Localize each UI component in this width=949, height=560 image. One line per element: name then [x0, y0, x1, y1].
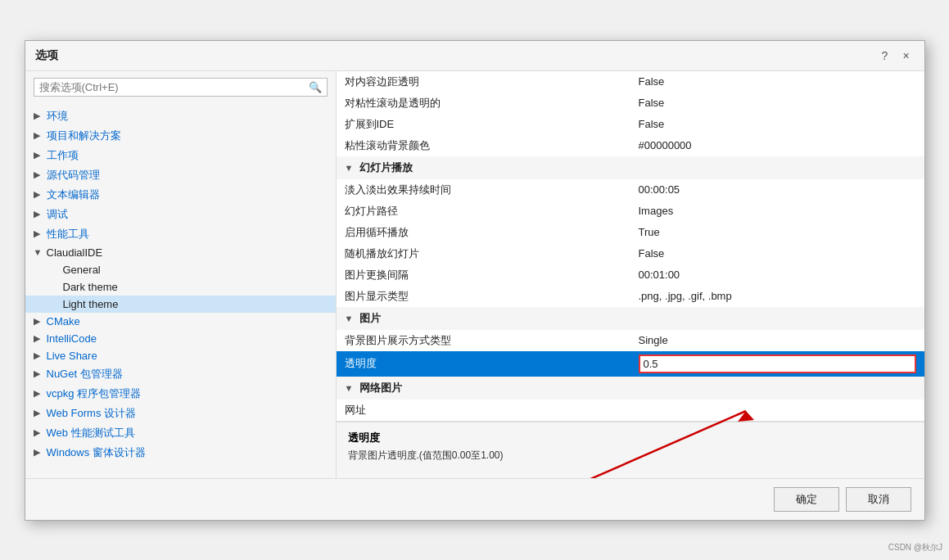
tree-label-web-perf: Web 性能测试工具 — [47, 426, 135, 440]
tree-item-work[interactable]: ▶工作项 — [25, 146, 336, 165]
prop-value-cell[interactable] — [630, 351, 924, 377]
tree-item-text-editor[interactable]: ▶文本编辑器 — [25, 185, 336, 205]
tree-item-cmake[interactable]: ▶CMake — [25, 313, 336, 330]
close-button[interactable]: × — [898, 47, 915, 64]
tree-arrow-source: ▶ — [34, 169, 43, 180]
tree-arrow-project: ▶ — [34, 130, 43, 141]
prop-name-cell: 对粘性滚动是透明的 — [337, 93, 630, 114]
section-toggle-network: ▼ — [345, 383, 354, 393]
prop-value-cell: True — [630, 222, 924, 243]
prop-row-淡入淡出效果持续时间[interactable]: 淡入淡出效果持续时间00:00:05 — [337, 179, 924, 201]
tree-label-web-forms: Web Forms 设计器 — [47, 406, 137, 421]
prop-name-cell: 网址 — [337, 400, 630, 421]
dialog-body: 🔍 ▶环境▶项目和解决方案▶工作项▶源代码管理▶文本编辑器▶调试▶性能工具▼Cl… — [25, 71, 924, 478]
tree-item-source[interactable]: ▶源代码管理 — [25, 165, 336, 185]
tree-arrow-text-editor: ▶ — [34, 189, 43, 200]
prop-value-cell — [630, 400, 924, 421]
prop-row-扩展到IDE[interactable]: 扩展到IDEFalse — [337, 114, 924, 135]
help-button[interactable]: ? — [877, 47, 893, 64]
description-text: 背景图片透明度.(值范围0.00至1.00) — [348, 449, 913, 463]
search-input[interactable] — [39, 81, 309, 93]
tree-item-web-perf[interactable]: ▶Web 性能测试工具 — [25, 423, 336, 443]
prop-name-cell: 图片显示类型 — [337, 286, 630, 307]
tree-item-windows[interactable]: ▶Windows 窗体设计器 — [25, 443, 336, 463]
tree-arrow-cmake: ▶ — [34, 316, 43, 327]
search-box[interactable]: 🔍 — [34, 78, 328, 97]
tree-item-general[interactable]: General — [25, 261, 336, 278]
tree-arrow-windows: ▶ — [34, 447, 43, 458]
tree-item-env[interactable]: ▶环境 — [25, 106, 336, 126]
tree: ▶环境▶项目和解决方案▶工作项▶源代码管理▶文本编辑器▶调试▶性能工具▼Clau… — [25, 103, 336, 478]
tree-item-light-theme[interactable]: Light theme — [25, 296, 336, 313]
tree-arrow-debug: ▶ — [34, 209, 43, 219]
left-panel: 🔍 ▶环境▶项目和解决方案▶工作项▶源代码管理▶文本编辑器▶调试▶性能工具▼Cl… — [25, 71, 337, 478]
tree-label-work: 工作项 — [47, 148, 79, 163]
prop-row-启用循环播放[interactable]: 启用循环播放True — [337, 222, 924, 243]
options-dialog: 选项 ? × 🔍 ▶环境▶项目和解决方案▶工作项▶源代码管理▶文本编辑器▶调试▶… — [25, 40, 925, 521]
right-container: 对内容边距透明False对粘性滚动是透明的False扩展到IDEFalse粘性滚… — [337, 71, 924, 478]
prop-value-cell: False — [630, 114, 924, 135]
section-toggle-images: ▼ — [345, 314, 354, 323]
prop-edit-input[interactable] — [639, 355, 916, 373]
tree-item-vcpkg[interactable]: ▶vcpkg 程序包管理器 — [25, 384, 336, 404]
title-bar-buttons: ? × — [877, 47, 915, 64]
prop-name-cell: 粘性滚动背景颜色 — [337, 135, 630, 156]
tree-item-claudialide[interactable]: ▼ClaudialIDE — [25, 244, 336, 261]
tree-arrow-intellicode: ▶ — [34, 333, 43, 344]
prop-name-cell: 幻灯片路径 — [337, 201, 630, 222]
prop-row-对粘性滚动是透明的[interactable]: 对粘性滚动是透明的False — [337, 93, 924, 114]
prop-name-cell: 随机播放幻灯片 — [337, 243, 630, 264]
tree-item-perf[interactable]: ▶性能工具 — [25, 224, 336, 244]
tree-arrow-web-forms: ▶ — [34, 408, 43, 418]
section-header-slideshow[interactable]: ▼ 幻灯片播放 — [337, 156, 924, 179]
prop-row-幻灯片路径[interactable]: 幻灯片路径Images — [337, 201, 924, 222]
tree-arrow-claudialide: ▼ — [34, 247, 43, 257]
prop-value-cell: .png, .jpg, .gif, .bmp — [630, 286, 924, 307]
tree-label-claudialide: ClaudialIDE — [47, 246, 103, 259]
prop-value-cell: False — [630, 243, 924, 264]
tree-item-nuget[interactable]: ▶NuGet 包管理器 — [25, 364, 336, 384]
prop-name-cell: 扩展到IDE — [337, 114, 630, 135]
section-header-images[interactable]: ▼ 图片 — [337, 307, 924, 330]
tree-label-intellicode: IntelliCode — [47, 332, 97, 345]
tree-item-intellicode[interactable]: ▶IntelliCode — [25, 330, 336, 347]
tree-label-debug: 调试 — [47, 207, 68, 222]
tree-item-dark-theme[interactable]: Dark theme — [25, 278, 336, 296]
cancel-button[interactable]: 取消 — [846, 487, 911, 512]
property-table: 对内容边距透明False对粘性滚动是透明的False扩展到IDEFalse粘性滚… — [337, 71, 924, 421]
description-title: 透明度 — [348, 431, 913, 445]
right-panel: 对内容边距透明False对粘性滚动是透明的False扩展到IDEFalse粘性滚… — [337, 71, 924, 478]
tree-item-web-forms[interactable]: ▶Web Forms 设计器 — [25, 404, 336, 423]
tree-arrow-work: ▶ — [34, 150, 43, 160]
tree-label-env: 环境 — [47, 109, 68, 124]
description-area: 透明度 背景图片透明度.(值范围0.00至1.00) — [337, 421, 924, 478]
tree-item-live-share[interactable]: ▶Live Share — [25, 347, 336, 364]
prop-name-cell: 启用循环播放 — [337, 222, 630, 243]
prop-name-cell: 透明度 — [337, 351, 630, 377]
prop-value-cell: Images — [630, 201, 924, 222]
prop-row-对内容边距透明[interactable]: 对内容边距透明False — [337, 71, 924, 93]
tree-label-nuget: NuGet 包管理器 — [47, 367, 123, 382]
prop-row-粘性滚动背景颜色[interactable]: 粘性滚动背景颜色#00000000 — [337, 135, 924, 156]
prop-row-随机播放幻灯片[interactable]: 随机播放幻灯片False — [337, 243, 924, 264]
prop-name-cell: 淡入淡出效果持续时间 — [337, 179, 630, 201]
prop-value-cell: False — [630, 71, 924, 93]
prop-row-网址[interactable]: 网址 — [337, 400, 924, 421]
ok-button[interactable]: 确定 — [774, 487, 839, 512]
tree-item-debug[interactable]: ▶调试 — [25, 205, 336, 224]
section-toggle-slideshow: ▼ — [345, 163, 354, 173]
search-icon: 🔍 — [309, 81, 322, 93]
prop-name-cell: 对内容边距透明 — [337, 71, 630, 93]
tree-label-general: General — [63, 264, 101, 276]
watermark: CSDN @秋尔J — [888, 542, 942, 553]
section-header-network[interactable]: ▼ 网络图片 — [337, 377, 924, 400]
prop-row-背景图片展示方式类型[interactable]: 背景图片展示方式类型Single — [337, 330, 924, 351]
prop-name-cell: 背景图片展示方式类型 — [337, 330, 630, 351]
prop-row-图片显示类型[interactable]: 图片显示类型.png, .jpg, .gif, .bmp — [337, 286, 924, 307]
tree-arrow-perf: ▶ — [34, 228, 43, 239]
prop-row-透明度[interactable]: 透明度 — [337, 351, 924, 377]
tree-item-project[interactable]: ▶项目和解决方案 — [25, 126, 336, 146]
tree-label-live-share: Live Share — [47, 350, 97, 362]
tree-arrow-vcpkg: ▶ — [34, 388, 43, 399]
prop-row-图片更换间隔[interactable]: 图片更换间隔00:01:00 — [337, 264, 924, 286]
